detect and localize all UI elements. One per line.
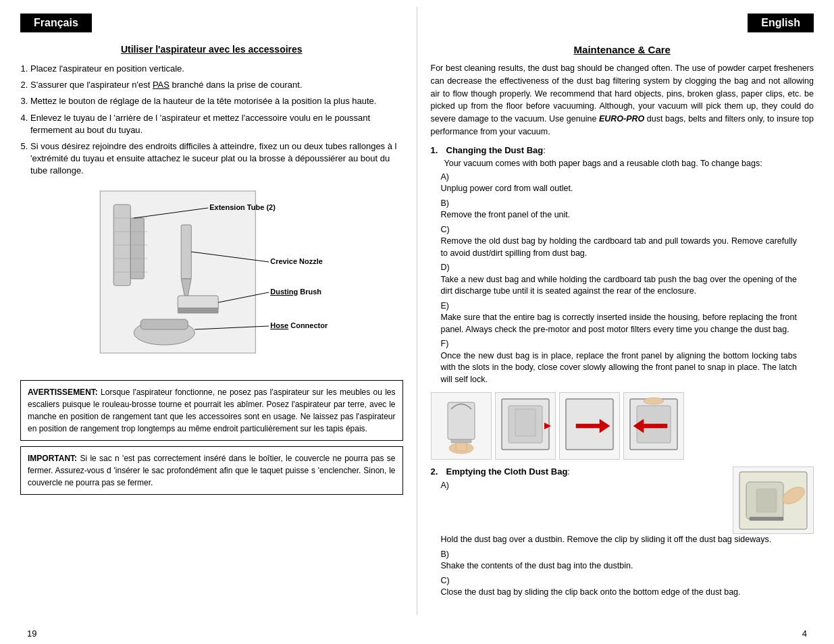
right-page-number: 4 — [802, 628, 807, 639]
step-B: B) Remove the front panel of the unit. — [441, 198, 814, 221]
warning-box-2: IMPORTANT: Si le sac n 'est pas correcte… — [20, 446, 403, 495]
french-lang-header: Français — [20, 14, 92, 32]
page-footer: 19 4 — [0, 622, 834, 645]
dustbag-image-4 — [623, 392, 684, 460]
warning-box-1: AVERTISSEMENT: Lorsque l'aspirateur fonc… — [20, 380, 403, 441]
french-column: Français Utiliser l'aspirateur avec les … — [0, 7, 417, 615]
svg-text:Dusting
           Brush: Dusting Brush — [270, 288, 321, 296]
svg-rect-5 — [178, 296, 218, 309]
accessories-diagram: Extension Tube (2) Crevice Nozzle Dustin… — [20, 184, 403, 373]
step-E: E) Make sure that the entire bag is corr… — [441, 300, 814, 336]
accessories-svg: Extension Tube (2) Crevice Nozzle Dustin… — [20, 184, 403, 373]
svg-text:Extension Tube (2): Extension Tube (2) — [209, 203, 276, 211]
french-step-3: Mettez le bouton de réglage de la hauteu… — [30, 95, 403, 107]
warning2-text: Si le sac n 'est pas correctement inséré… — [28, 454, 396, 487]
section2-title: Emptying the Cloth Dust Bag — [446, 466, 568, 477]
section2-step-C: C) Close the dust bag by sliding the cli… — [441, 575, 814, 599]
svg-rect-25 — [456, 443, 467, 451]
dustbag-image-3 — [559, 392, 620, 460]
step-D: D) Take a new dust bag and while holding… — [441, 262, 814, 298]
step-C: C) Remove the old dust bag by holding th… — [441, 224, 814, 260]
french-header-row: Français — [20, 14, 403, 41]
step-F: F) Once the new dust bag is in place, re… — [441, 338, 814, 385]
dustbag-images-row — [431, 392, 814, 460]
section1-steps-list: A) Unplug power cord from wall outlet. B… — [431, 171, 814, 386]
section1-heading: 1. Changing the Dust Bag: — [431, 145, 814, 155]
french-step-1: Placez l'aspirateur en position vertical… — [30, 63, 403, 75]
warning2-title: IMPORTANT: — [28, 454, 77, 463]
section2-heading: 2. Emptying the Cloth Dust Bag: — [431, 466, 727, 477]
svg-text:Hose
           Connector: Hose Connector — [270, 321, 328, 329]
svg-text:Crevice Nozzle: Crevice Nozzle — [270, 257, 323, 265]
warning1-title: AVERTISSEMENT: — [28, 387, 98, 397]
svg-rect-23 — [451, 439, 471, 443]
section2-number: 2. — [431, 466, 441, 477]
english-lang-header: English — [748, 14, 814, 32]
left-page-number: 19 — [27, 628, 36, 639]
french-section-title: Utiliser l'aspirateur avec les accessoir… — [20, 44, 403, 55]
section1-title: Changing the Dust Bag — [446, 145, 544, 155]
svg-rect-3 — [181, 225, 191, 279]
french-step-5: Si vous désirez rejoindre des endroits d… — [30, 140, 403, 178]
section-emptying-cloth-bag: 2. Emptying the Cloth Dust Bag: A) Hold … — [431, 466, 814, 601]
french-step-4: Enlevez le tuyau de l 'arrière de l 'asp… — [30, 112, 403, 136]
svg-rect-38 — [756, 489, 777, 512]
english-section-title: Maintenance & Care — [431, 44, 814, 55]
svg-point-35 — [644, 398, 664, 404]
svg-rect-39 — [750, 517, 783, 520]
section1-number: 1. — [431, 145, 441, 155]
cloth-bag-image — [733, 466, 814, 534]
dustbag-image-1 — [431, 392, 492, 460]
svg-rect-8 — [140, 319, 188, 329]
svg-rect-2 — [130, 218, 144, 279]
french-step-2: S'assurer que l'aspirateur n'est PAS bra… — [30, 79, 403, 91]
french-steps-list: Placez l'aspirateur en position vertical… — [20, 63, 403, 178]
section-changing-dust-bag: 1. Changing the Dust Bag: Your vacuum co… — [431, 145, 814, 386]
english-intro-paragraph: For best cleaning results, the dust bag … — [431, 62, 814, 138]
dustbag-image-2 — [495, 392, 556, 460]
english-column: English Maintenance & Care For best clea… — [417, 7, 835, 615]
section2-step-B: B) Shake the contents of the dust bag in… — [441, 549, 814, 572]
english-header-row: English — [431, 14, 814, 41]
section1-intro: Your vacuum comes with both paper bags a… — [431, 159, 814, 168]
step-A: A) Unplug power cord from wall outlet. — [441, 171, 814, 195]
svg-rect-28 — [515, 409, 536, 436]
brand-name: EURO-PRO — [599, 114, 644, 124]
svg-rect-6 — [178, 308, 218, 313]
